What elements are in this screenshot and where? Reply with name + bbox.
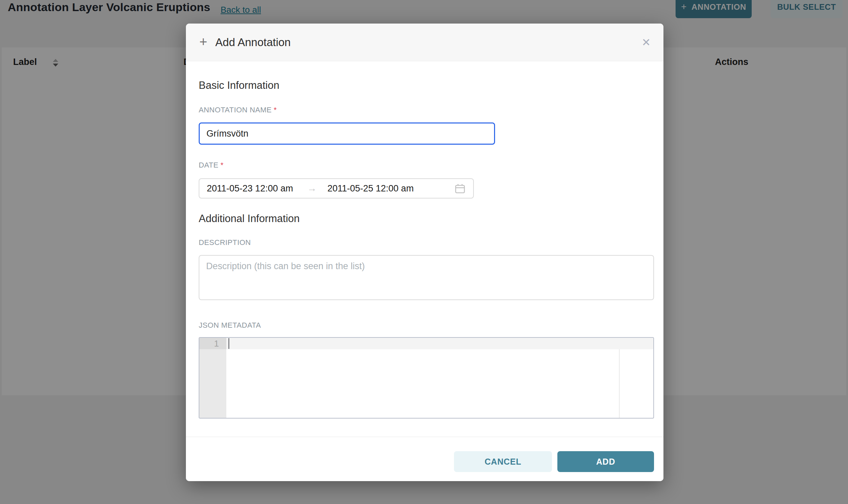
add-annotation-modal: + Add Annotation ✕ Basic Information ANN… (186, 23, 663, 481)
plus-icon: + (200, 35, 207, 49)
calendar-icon (454, 183, 466, 194)
editor-gutter: 1 (200, 338, 226, 418)
required-marker: * (221, 161, 224, 169)
screen: Annotation Layer Volcanic Eruptions Back… (0, 0, 848, 504)
cancel-button[interactable]: CANCEL (454, 451, 552, 472)
modal-body: Basic Information ANNOTATION NAME* DATE*… (186, 61, 663, 418)
date-label: DATE* (199, 145, 654, 169)
modal-title: Add Annotation (215, 36, 291, 49)
modal-footer: CANCEL ADD (186, 437, 663, 481)
section-additional-information: Additional Information (199, 198, 654, 225)
annotation-name-input[interactable] (199, 123, 495, 145)
required-marker: * (274, 106, 277, 114)
close-icon[interactable]: ✕ (642, 37, 651, 48)
modal-header: + Add Annotation ✕ (186, 23, 663, 61)
editor-line-number: 1 (200, 338, 226, 349)
editor-active-line (226, 338, 653, 349)
annotation-name-label: ANNOTATION NAME* (199, 91, 654, 114)
editor-cursor (228, 338, 229, 349)
add-button[interactable]: ADD (557, 451, 654, 472)
date-start-value[interactable]: 2011-05-23 12:00 am (207, 183, 293, 194)
arrow-right-icon: → (307, 183, 316, 194)
date-range-picker[interactable]: 2011-05-23 12:00 am → 2011-05-25 12:00 a… (199, 178, 474, 198)
json-metadata-editor[interactable]: 1 (199, 337, 654, 418)
section-basic-information: Basic Information (199, 61, 654, 91)
description-label: DESCRIPTION (199, 225, 654, 247)
editor-print-margin (619, 349, 620, 418)
date-end-value[interactable]: 2011-05-25 12:00 am (327, 183, 414, 194)
json-metadata-label: JSON METADATA (199, 300, 654, 330)
description-textarea[interactable] (199, 255, 654, 300)
